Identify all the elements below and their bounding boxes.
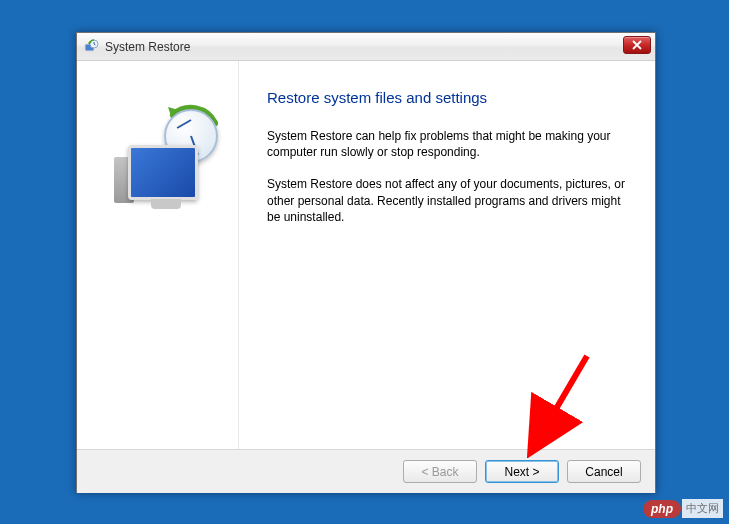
system-restore-window: System Restore Restore system files and … [76, 32, 656, 493]
watermark-text: 中文网 [682, 499, 723, 518]
description-paragraph-2: System Restore does not affect any of yo… [267, 176, 627, 225]
close-icon [632, 40, 642, 50]
watermark: php 中文网 [643, 499, 723, 518]
close-button[interactable] [623, 36, 651, 54]
titlebar[interactable]: System Restore [77, 33, 655, 61]
wizard-sidebar [77, 61, 239, 449]
page-heading: Restore system files and settings [267, 89, 627, 106]
watermark-badge: php [643, 500, 681, 518]
wizard-main: Restore system files and settings System… [239, 61, 655, 449]
window-title: System Restore [105, 40, 190, 54]
cancel-button[interactable]: Cancel [567, 460, 641, 483]
next-button[interactable]: Next > [485, 460, 559, 483]
system-restore-illustration [98, 105, 218, 225]
wizard-footer: < Back Next > Cancel [77, 449, 655, 493]
description-paragraph-1: System Restore can help fix problems tha… [267, 128, 627, 160]
back-button: < Back [403, 460, 477, 483]
system-restore-icon [83, 39, 99, 55]
content-area: Restore system files and settings System… [77, 61, 655, 449]
